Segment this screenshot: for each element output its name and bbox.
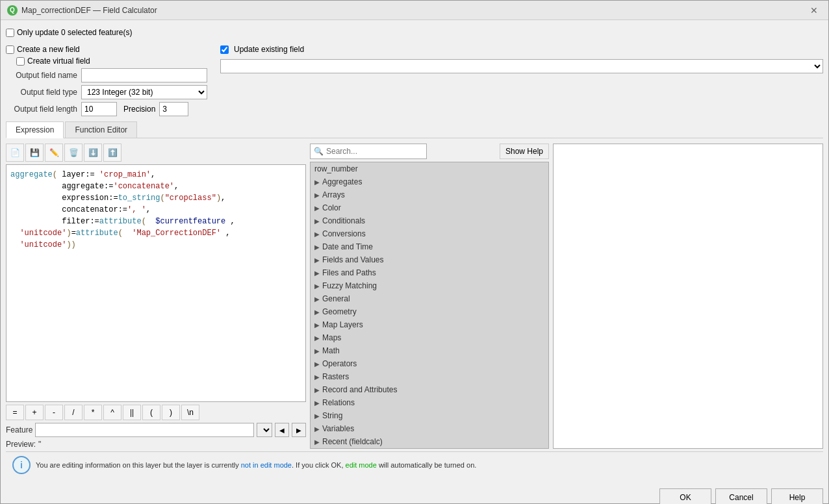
info-icon: i xyxy=(12,456,31,474)
output-field-type-select[interactable]: 123 Integer (32 bit) xyxy=(81,85,207,99)
op-open-paren[interactable]: ( xyxy=(142,405,160,420)
list-item[interactable]: ▶ Map Layers xyxy=(311,318,548,331)
titlebar: Q Map_correctionDEF — Field Calculator ✕ xyxy=(1,1,828,20)
output-field-length-input[interactable] xyxy=(81,102,117,116)
op-concat[interactable]: || xyxy=(123,405,141,420)
update-field-select[interactable] xyxy=(220,59,823,73)
search-input[interactable] xyxy=(310,144,427,159)
op-close-paren[interactable]: ) xyxy=(162,405,180,420)
list-item[interactable]: ▶ Fields and Values xyxy=(311,253,548,266)
info-bar: i You are editing information on this la… xyxy=(6,451,823,478)
op-divide[interactable]: / xyxy=(64,405,83,420)
show-help-button[interactable]: Show Help xyxy=(500,144,549,159)
code-line-6: 'unitcode')=attribute( 'Map_CorrectionDE… xyxy=(10,227,301,239)
output-field-name-input[interactable] xyxy=(81,68,207,82)
expand-arrow: ▶ xyxy=(314,438,320,446)
list-item[interactable]: ▶ Arrays xyxy=(311,188,548,201)
expand-arrow: ▶ xyxy=(314,386,320,394)
expand-arrow: ▶ xyxy=(314,425,320,433)
op-equals[interactable]: = xyxy=(6,405,24,420)
item-label: String xyxy=(322,411,342,420)
feature-prev-button[interactable]: ◀ xyxy=(275,423,289,437)
list-item[interactable]: ▶ Math xyxy=(311,344,548,357)
list-item[interactable]: ▶ Record and Attributes xyxy=(311,383,548,396)
expand-arrow: ▶ xyxy=(314,321,320,329)
code-editor[interactable]: aggregate( layer:= 'crop_main', aggregat… xyxy=(6,164,306,402)
save-button[interactable]: 💾 xyxy=(25,144,44,162)
expand-arrow: ▶ xyxy=(314,399,320,407)
dialog-buttons: OK Cancel Help xyxy=(1,483,828,504)
op-multiply[interactable]: * xyxy=(84,405,102,420)
list-item[interactable]: ▶ Recent (fieldcalc) xyxy=(311,435,548,448)
help-button[interactable]: Help xyxy=(771,488,823,504)
expand-arrow: ▶ xyxy=(314,192,320,199)
expand-arrow: ▶ xyxy=(314,309,320,316)
item-label: Files and Paths xyxy=(322,268,376,277)
list-item[interactable]: ▶ String xyxy=(311,409,548,422)
expr-toolbar: 📄 💾 ✏️ 🗑️ ⬇️ ⬆️ xyxy=(6,144,306,162)
list-item[interactable]: ▶ Date and Time xyxy=(311,240,548,253)
expand-arrow: ▶ xyxy=(314,257,320,264)
op-power[interactable]: ^ xyxy=(103,405,121,420)
create-virtual-checkbox[interactable] xyxy=(16,57,25,66)
tab-bar: Expression Function Editor xyxy=(6,121,823,138)
update-existing-checkbox[interactable] xyxy=(220,45,229,54)
item-label: Conversions xyxy=(322,229,366,238)
delete-button[interactable]: 🗑️ xyxy=(64,144,83,162)
op-newline[interactable]: \n xyxy=(181,405,199,420)
list-item[interactable]: ▶ Fuzzy Matching xyxy=(311,279,548,292)
list-item[interactable]: ▶ Rasters xyxy=(311,370,548,383)
item-label: Operators xyxy=(322,359,357,368)
main-content: Only update 0 selected feature(s) Create… xyxy=(1,20,828,483)
right-panel xyxy=(553,144,823,449)
precision-input[interactable] xyxy=(159,102,188,116)
import-button[interactable]: ⬇️ xyxy=(84,144,102,162)
window-title: Map_correctionDEF — Field Calculator xyxy=(21,6,157,15)
list-item[interactable]: ▶ Variables xyxy=(311,422,548,435)
item-label: General xyxy=(322,294,350,303)
list-item[interactable]: ▶ Maps xyxy=(311,331,548,344)
list-item[interactable]: ▶ Geometry xyxy=(311,305,548,318)
item-label: Math xyxy=(322,346,340,355)
info-text-before: You are editing information on this laye… xyxy=(36,461,241,469)
item-label: Fields and Values xyxy=(322,255,384,264)
feature-input[interactable]: 124278 xyxy=(35,423,254,437)
item-label: Conditionals xyxy=(322,216,365,225)
op-plus[interactable]: + xyxy=(25,405,44,420)
search-wrapper: 🔍 xyxy=(310,144,497,159)
create-virtual-label: Create virtual field xyxy=(27,57,90,66)
item-label: Color xyxy=(322,203,341,212)
op-minus[interactable]: - xyxy=(45,405,63,420)
item-label: Fuzzy Matching xyxy=(322,281,377,290)
tab-expression[interactable]: Expression xyxy=(6,121,64,138)
item-label: Relations xyxy=(322,398,355,407)
list-item[interactable]: ▶ Aggregates xyxy=(311,175,548,188)
only-update-checkbox[interactable] xyxy=(6,29,14,37)
list-item[interactable]: ▶ Operators xyxy=(311,357,548,370)
new-button[interactable]: 📄 xyxy=(6,144,24,162)
preview-row: Preview: " xyxy=(6,440,306,449)
edit-button[interactable]: ✏️ xyxy=(45,144,63,162)
list-item[interactable]: row_number xyxy=(311,162,548,175)
close-button[interactable]: ✕ xyxy=(806,4,822,17)
list-item[interactable]: ▶ Conversions xyxy=(311,227,548,240)
expression-area: 📄 💾 ✏️ 🗑️ ⬇️ ⬆️ aggregate( layer:= 'crop… xyxy=(6,144,823,449)
expand-arrow: ▶ xyxy=(314,283,320,290)
export-button[interactable]: ⬆️ xyxy=(103,144,121,162)
create-new-field-checkbox[interactable] xyxy=(6,45,14,54)
list-item[interactable]: ▶ General xyxy=(311,292,548,305)
feature-select-dropdown[interactable] xyxy=(257,423,272,437)
expand-arrow: ▶ xyxy=(314,179,320,186)
cancel-button[interactable]: Cancel xyxy=(715,488,767,504)
list-item[interactable]: ▶ Color xyxy=(311,201,548,214)
item-label: Map Layers xyxy=(322,320,363,329)
tab-function-editor[interactable]: Function Editor xyxy=(65,121,137,138)
list-item[interactable]: ▶ Conditionals xyxy=(311,214,548,227)
feature-next-button[interactable]: ▶ xyxy=(292,423,306,437)
expand-arrow: ▶ xyxy=(314,347,320,355)
list-item[interactable]: ▶ Files and Paths xyxy=(311,266,548,279)
info-text-after: automatically be turned on. xyxy=(389,461,476,469)
list-item[interactable]: ▶ Relations xyxy=(311,396,548,409)
ok-button[interactable]: OK xyxy=(659,488,711,504)
output-field-length-label: Output field length xyxy=(6,105,77,114)
